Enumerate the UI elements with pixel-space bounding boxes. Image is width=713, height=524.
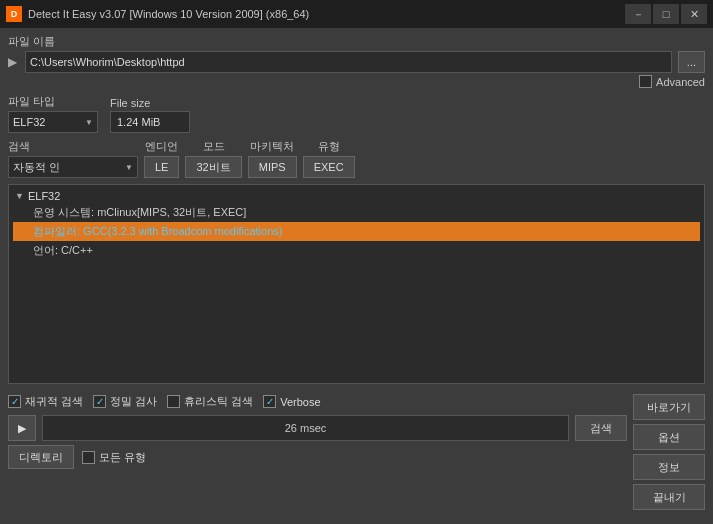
exact-check-item[interactable]: 정밀 검사 [93, 394, 157, 409]
options-button[interactable]: 옵션 [633, 424, 705, 450]
browse-button[interactable]: ... [678, 51, 705, 73]
bottom-section: 재귀적 검색 정밀 검사 휴리스틱 검색 Verbose ▶ [8, 394, 705, 510]
app-icon: D [6, 6, 22, 22]
mode-group: 모드 32비트 [185, 139, 241, 178]
filetype-group: 파일 타입 ELF32 ▼ [8, 94, 98, 133]
filetype-dropdown[interactable]: ELF32 ▼ [8, 111, 98, 133]
verbose-checkbox[interactable] [263, 395, 276, 408]
nav-next-button[interactable]: ▶ [8, 415, 36, 441]
filetype-label: 파일 타입 [8, 94, 98, 109]
list-item[interactable]: 운영 시스템: mClinux[MIPS, 32비트, EXEC] [13, 203, 700, 222]
title-bar: D Detect It Easy v3.07 [Windows 10 Versi… [0, 0, 713, 28]
bottom-left: 재귀적 검색 정밀 검사 휴리스틱 검색 Verbose ▶ [8, 394, 627, 510]
recursive-checkbox[interactable] [8, 395, 21, 408]
search-execute-button[interactable]: 검색 [575, 415, 627, 441]
mode-label: 모드 [203, 139, 225, 154]
file-path-field[interactable] [25, 51, 672, 73]
filesize-group: File size [110, 97, 190, 133]
type-button[interactable]: EXEC [303, 156, 355, 178]
progress-dir-section: ▶ 26 msec 검색 디렉토리 모든 유형 [8, 415, 627, 469]
filesize-field [110, 111, 190, 133]
results-panel[interactable]: ▼ ELF32 운영 시스템: mClinux[MIPS, 32비트, EXEC… [8, 184, 705, 384]
endian-button[interactable]: LE [144, 156, 179, 178]
all-types-checkbox[interactable] [82, 451, 95, 464]
endian-label: 엔디언 [145, 139, 178, 154]
list-item[interactable]: 컴파일러: GCC(3.2.3 with Broadcom modificati… [13, 222, 700, 241]
dir-row: 디렉토리 모든 유형 [8, 445, 627, 469]
tree-section-title: ELF32 [28, 190, 60, 202]
time-display: 26 msec [285, 422, 327, 434]
info-button[interactable]: 정보 [633, 454, 705, 480]
filetype-row: 파일 타입 ELF32 ▼ File size [8, 94, 705, 133]
directory-button[interactable]: 디렉토리 [8, 445, 74, 469]
checkbox-row: 재귀적 검색 정밀 검사 휴리스틱 검색 Verbose [8, 394, 627, 409]
tree-section-arrow: ▼ [15, 191, 24, 201]
endian-group: 엔디언 LE [144, 139, 179, 178]
search-label: 검색 [8, 139, 138, 154]
all-types-label: 모든 유형 [99, 450, 146, 465]
exact-checkbox[interactable] [93, 395, 106, 408]
list-item[interactable]: 언어: C/C++ [13, 241, 700, 260]
advanced-row: Advanced [8, 75, 705, 88]
filesize-label: File size [110, 97, 190, 109]
arch-group: 마키텍처 MIPS [248, 139, 297, 178]
advanced-label: Advanced [656, 76, 705, 88]
search-value: 자동적 인 [13, 160, 60, 175]
type-label: 유형 [318, 139, 340, 154]
search-dropdown-arrow-icon: ▼ [125, 163, 133, 172]
file-path-row: 파일 이름 [8, 34, 705, 49]
close-button[interactable]: ✕ [681, 4, 707, 24]
verbose-label: Verbose [280, 396, 320, 408]
filetype-value: ELF32 [13, 116, 45, 128]
mode-button[interactable]: 32비트 [185, 156, 241, 178]
dropdown-arrow-icon: ▼ [85, 118, 93, 127]
right-buttons: 바로가기 옵션 정보 끝내기 [633, 394, 705, 510]
arch-label: 마키텍처 [250, 139, 294, 154]
file-section: 파일 이름 ▶ ... [8, 34, 705, 73]
exact-label: 정밀 검사 [110, 394, 157, 409]
heuristic-checkbox[interactable] [167, 395, 180, 408]
type-group: 유형 EXEC [303, 139, 355, 178]
heuristic-check-item[interactable]: 휴리스틱 검색 [167, 394, 253, 409]
search-row: 검색 자동적 인 ▼ 엔디언 LE 모드 32비트 마키텍처 MIPS 유형 E… [8, 139, 705, 178]
arch-button[interactable]: MIPS [248, 156, 297, 178]
file-label: 파일 이름 [8, 34, 55, 49]
title-bar-text: Detect It Easy v3.07 [Windows 10 Version… [28, 8, 309, 20]
quit-button[interactable]: 끝내기 [633, 484, 705, 510]
results-tree: ▼ ELF32 운영 시스템: mClinux[MIPS, 32비트, EXEC… [9, 185, 704, 264]
search-dropdown[interactable]: 자동적 인 ▼ [8, 156, 138, 178]
tree-section-header: ▼ ELF32 [13, 189, 700, 203]
all-types-check-item[interactable]: 모든 유형 [82, 450, 146, 465]
title-bar-controls: － □ ✕ [625, 4, 707, 24]
recursive-label: 재귀적 검색 [25, 394, 83, 409]
main-content: 파일 이름 ▶ ... Advanced 파일 타입 ELF32 ▼ File … [0, 28, 713, 516]
minimize-button[interactable]: － [625, 4, 651, 24]
verbose-check-item[interactable]: Verbose [263, 395, 320, 408]
search-group: 검색 자동적 인 ▼ [8, 139, 138, 178]
shortcut-button[interactable]: 바로가기 [633, 394, 705, 420]
advanced-checkbox[interactable] [639, 75, 652, 88]
progress-bar: 26 msec [42, 415, 569, 441]
heuristic-label: 휴리스틱 검색 [184, 394, 253, 409]
title-bar-left: D Detect It Easy v3.07 [Windows 10 Versi… [6, 6, 309, 22]
maximize-button[interactable]: □ [653, 4, 679, 24]
recursive-check-item[interactable]: 재귀적 검색 [8, 394, 83, 409]
file-path-input-row: ▶ ... [8, 51, 705, 73]
expand-arrow: ▶ [8, 55, 17, 69]
progress-row: ▶ 26 msec 검색 [8, 415, 627, 441]
